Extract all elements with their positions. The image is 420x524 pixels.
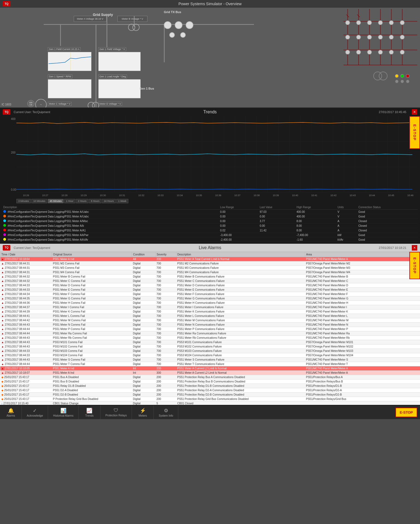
alarm-cell-area xyxy=(305,401,420,405)
svg-point-59 xyxy=(401,74,404,78)
time-tick: 10:29 xyxy=(74,194,93,197)
alarms-col-area: Area xyxy=(305,252,420,257)
alarms-estop-button[interactable]: E-STOP xyxy=(409,252,420,279)
alarm-cell-time: ◆ 25/01/2017 15:43:17 xyxy=(0,393,52,397)
alarm-cell-area: PS51/Protection Relays/Bus B xyxy=(305,379,420,384)
alarm-cell-source: PS51 Meter T Comms Fail xyxy=(52,362,132,366)
alarms-table-row: ◆ 25/01/2017 15:43:17 PS51 Relay D1-B Di… xyxy=(0,384,420,388)
alarm-cell-area: PS57/Omega Panel Meter/Meter M3 xyxy=(305,266,420,270)
alarm-cell-severity: 300 xyxy=(155,366,176,371)
alarm-cell-source: PS51 M3 Comms Fail xyxy=(52,266,132,270)
y-axis-mid: 200 xyxy=(11,151,16,154)
time-range-1hr-button[interactable]: 1 Hour xyxy=(64,199,75,203)
alarm-cell-time: ▲ 27/01/2017 08:44:42 xyxy=(0,318,52,323)
svg-point-46 xyxy=(378,50,383,54)
alarm-cell-source: PS51 M2 Comms Fail xyxy=(52,261,132,266)
alarm-cell-description: PS51 Meter P Communications Failure xyxy=(176,327,305,331)
alarms-table-row: ▲ 27/01/2017 08:44:31 PS51 M3 Comms Fail… xyxy=(0,266,420,270)
alarm-cell-source: P Protection Relay Grid Bus Disabled xyxy=(52,397,132,401)
trends-cell-description: #HmiConfiguration/TecQuipment Data Loggi… xyxy=(2,223,219,228)
alarm-cell-time: ▲ 27/01/2017 08:44:43 xyxy=(0,358,52,362)
time-range-2hr-button[interactable]: 2 Hours xyxy=(76,199,88,203)
alarm-cell-severity: 700 xyxy=(155,270,176,275)
alarm-cell-time: ▲ 27/01/2017 08:44:43 xyxy=(0,323,52,327)
svg-point-47 xyxy=(389,50,394,54)
alarm-cell-condition: Int xyxy=(132,371,155,375)
bottom-estop-button[interactable]: E-STOP xyxy=(395,408,417,417)
trends-cell-description: #HmiConfiguration/TecQuipment Data Loggi… xyxy=(2,219,219,223)
alarms-close-button[interactable]: ✕ xyxy=(412,245,417,251)
right-panel-svg xyxy=(342,8,420,107)
time-range-24hr-button[interactable]: 24 Hours xyxy=(102,199,116,203)
chart-panel-field-voltage xyxy=(98,52,141,71)
alarm-cell-time: ▲ 27/01/2017 08:44:33 xyxy=(0,353,52,358)
alarm-cell-area: PS57/Omega Panel Meter/Meter M4 xyxy=(305,270,420,275)
nav-item-trends[interactable]: 📈 Trends xyxy=(79,405,100,419)
gs-indicator: GS 3 A xyxy=(27,100,34,107)
time-range-8hr-button[interactable]: 8 Hours xyxy=(89,199,102,203)
alarm-cell-time: ▲ 27/01/2017 10:18:05 xyxy=(0,366,52,371)
time-range-1wk-button[interactable]: 1 Week xyxy=(116,199,128,203)
time-tick: 10:37 xyxy=(228,194,247,197)
chart-panel-field-current xyxy=(48,52,91,71)
alarm-cell-description: PS51 M3 Communications Failure xyxy=(176,266,305,270)
power-simulator-panel: TQ Power Systems Simulator - Overview Gr… xyxy=(0,0,420,108)
time-tick: 10:31 xyxy=(113,194,132,197)
trends-table-row: #HmiConfiguration/TecQuipment Data Loggi… xyxy=(2,219,418,223)
node-circle-4 xyxy=(169,32,175,38)
meter-b-box: Meter B Voltage * V xyxy=(117,16,147,22)
alarms-table-row: ◆ 25/01/2017 15:43:17 PS51 Bus A Disable… xyxy=(0,375,420,379)
alarm-cell-source: PS51 Meter I Comms Fail xyxy=(52,305,132,310)
alarm-cell-source: PS51 Meter M Comms Fail xyxy=(52,318,132,323)
time-range-bar: 3 Minutes 10 Minutes 45 Minutes 1 Hour 2… xyxy=(0,198,420,204)
alarm-icon: ▲ xyxy=(1,371,4,374)
svg-point-19 xyxy=(367,20,372,25)
alarm-cell-area: PS51/Protection Relays/Grid Bus xyxy=(305,397,420,401)
nav-item-alarms[interactable]: 🔔 Alarms xyxy=(0,405,22,419)
alarm-cell-source: PS51 Meter Ra Comms Fail xyxy=(52,331,132,336)
trends-table-row: #HmiConfiguration/TecQuipment Data Loggi… xyxy=(2,214,418,219)
trends-col-units: Units xyxy=(336,205,357,210)
time-tick: 10:38 xyxy=(247,194,266,197)
alarm-cell-description: PS51 Protection Relay D2-B Communication… xyxy=(176,393,305,397)
nav-item-protection-relays[interactable]: 🛡 Protection Relays xyxy=(100,405,132,419)
svg-point-58 xyxy=(395,74,398,78)
time-range-10min-button[interactable]: 10 Minutes xyxy=(31,199,47,203)
time-range-45min-button[interactable]: 45 Minutes xyxy=(48,199,64,203)
trends-close-button[interactable]: ✕ xyxy=(412,109,417,115)
time-tick: 10:43 xyxy=(343,194,362,197)
alarm-cell-area: PS51/MC740 Panel Meter/Meter H xyxy=(305,301,420,305)
svg-point-20 xyxy=(378,20,383,25)
nav-item-historical-alarms[interactable]: 📊 Historical Alarms xyxy=(48,405,78,419)
bottom-nav-bar: 🔔 Alarms ✓ Acknowledge 📊 Historical Alar… xyxy=(0,405,420,419)
time-tick: 10:46 xyxy=(401,194,420,197)
nav-item-meters[interactable]: ⚡ Meters xyxy=(132,405,154,419)
trends-cell-units: kW xyxy=(336,233,357,237)
svg-point-44 xyxy=(356,50,361,54)
alarm-cell-condition: Digital xyxy=(132,353,155,358)
alarms-table-row: ▲ 27/01/2017 08:44:32 PS51 Meter B Comms… xyxy=(0,275,420,279)
nav-item-acknowledge[interactable]: ✓ Acknowledge xyxy=(22,405,48,419)
trends-table-row: #HmiConfiguration/TecQuipment Data Loggi… xyxy=(2,223,418,228)
trends-cell-units: A xyxy=(336,223,357,228)
nav-item-system-info[interactable]: ⚙ System Info xyxy=(154,405,178,419)
historical-alarms-icon: 📊 xyxy=(60,408,66,414)
chart-panel-speed xyxy=(48,79,91,98)
alarm-cell-severity: 700 xyxy=(155,275,176,279)
alarm-cell-condition: Digital xyxy=(132,362,155,366)
alarm-cell-area: PS51/MC740 Panel Meter/Meter A xyxy=(305,257,420,261)
alarm-cell-severity: 700 xyxy=(155,296,176,301)
alarm-icon: ▲ xyxy=(1,319,4,322)
alarm-icon: ▲ xyxy=(1,349,4,352)
alarm-cell-time: ▲ 27/01/2017 08:44:43 xyxy=(0,336,52,340)
alarm-cell-severity: 700 xyxy=(155,288,176,292)
alarms-table-wrapper[interactable]: Time / Date Original Source Condition Se… xyxy=(0,252,420,405)
alarm-icon: ▲ xyxy=(1,314,4,317)
alarms-tq-logo: TQ xyxy=(3,245,10,251)
time-range-3min-button[interactable]: 3 Minutes xyxy=(16,199,31,203)
alarms-table-row: ▲ 27/01/2017 08:44:44 PS51 Meter P Comms… xyxy=(0,327,420,331)
trends-estop-button[interactable]: E-STOP xyxy=(409,116,420,149)
alarm-cell-time: ▲ 27/01/2017 10:18:04 xyxy=(0,257,52,261)
alarms-header: TQ Current User: TecQuipment Live Alarms… xyxy=(0,244,420,252)
alarm-cell-condition: Digital xyxy=(132,379,155,384)
